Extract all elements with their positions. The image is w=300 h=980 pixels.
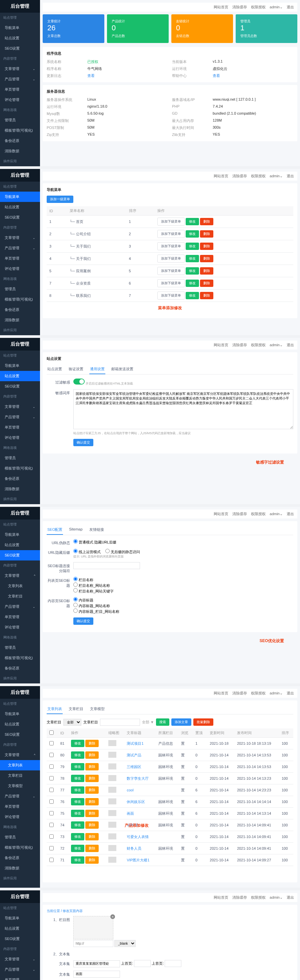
edit-button[interactable]: 修改 — [186, 292, 199, 299]
admin-menu-item[interactable]: 管理员 — [0, 115, 40, 125]
row-checkbox[interactable] — [49, 741, 54, 745]
close-icon[interactable]: × — [110, 914, 115, 919]
help-link[interactable]: 查看 — [213, 73, 293, 78]
delete-button[interactable]: 删除 — [85, 786, 99, 794]
article-title-link[interactable]: 数字孪生大厅 — [127, 776, 148, 780]
batch-delete-button[interactable]: 批量删除 — [193, 718, 213, 726]
delete-button[interactable]: 删除 — [85, 856, 99, 864]
site-menu-item[interactable]: 站点设置 — [0, 33, 40, 43]
delete-button[interactable]: 删除 — [85, 810, 99, 817]
delete-button[interactable]: 删除 — [200, 280, 213, 287]
delete-button[interactable]: 删除 — [200, 230, 213, 238]
template-menu-item[interactable]: 模板管理(可视化) — [0, 125, 40, 135]
tab-article-list[interactable]: 文章列表 — [47, 705, 63, 714]
delete-button[interactable]: 删除 — [85, 775, 99, 782]
seo-menu-active[interactable]: SEO设置 — [0, 550, 40, 560]
edit-button[interactable]: 修改 — [186, 218, 199, 225]
target-select[interactable]: _blank — [114, 940, 136, 947]
edit-button[interactable]: 修改 — [71, 856, 85, 864]
text2-input[interactable] — [73, 970, 120, 978]
site-menu-active[interactable]: 站点设置 — [0, 371, 40, 381]
add-sub-button[interactable]: 添加下级菜单 — [157, 267, 185, 275]
article-title-link[interactable]: 三维园区 — [127, 765, 141, 769]
delete-button[interactable]: 删除 — [200, 243, 213, 250]
add-sub-button[interactable]: 添加下级菜单 — [157, 291, 185, 299]
edit-button[interactable]: 修改 — [186, 255, 199, 262]
clear-cache-link[interactable]: 清除缓存 — [232, 5, 247, 10]
nav-menu-item-active[interactable]: 导航菜单 — [0, 192, 40, 202]
tab-links[interactable]: 友情链接 — [89, 525, 105, 535]
clear-menu-item[interactable]: 清除数据 — [0, 146, 40, 156]
backup-menu-item[interactable]: 备份还原 — [0, 135, 40, 146]
article-title-link[interactable]: 测试项目1 — [127, 741, 143, 745]
search-input[interactable] — [100, 719, 140, 726]
add-article-button[interactable]: 添加文章 — [171, 718, 191, 726]
filter-switch[interactable] — [73, 379, 85, 385]
delete-button[interactable]: 删除 — [85, 845, 99, 852]
tab-sitemap[interactable]: Sitemap — [68, 525, 83, 535]
text1-input[interactable] — [73, 960, 120, 967]
add-sub-button[interactable]: 添加下级菜单 — [157, 242, 185, 250]
select-all-checkbox[interactable] — [49, 730, 54, 735]
row-checkbox[interactable] — [49, 846, 54, 850]
article-title-link[interactable]: 测试产品 — [127, 753, 141, 757]
edit-button[interactable]: 修改 — [71, 740, 85, 747]
edit-button[interactable]: 修改 — [71, 763, 85, 770]
row-checkbox[interactable] — [49, 776, 54, 780]
delete-button[interactable]: 删除 — [200, 292, 213, 299]
row-checkbox[interactable] — [49, 788, 54, 792]
sensitive-words-textarea[interactable]: 国家统领军统保安部保安军全军统治管辖中央军委纪检监察中国人民解放军 南京军区南京… — [73, 389, 293, 429]
article-title-link[interactable]: 可爱女人表情 — [127, 835, 148, 839]
article-title-link[interactable]: 财务人员 — [127, 846, 141, 850]
article-title-link[interactable]: 画面 — [127, 811, 134, 815]
edit-button[interactable]: 修改 — [71, 775, 85, 782]
seo-submit-button[interactable]: 确认提交 — [73, 617, 93, 625]
edit-button[interactable]: 修改 — [71, 833, 85, 840]
tab-article-cat[interactable]: 文章栏目 — [68, 705, 84, 714]
logout-link[interactable]: 退出 — [287, 5, 294, 10]
perm-link[interactable]: 权限授权 — [251, 5, 266, 10]
tab-article-model[interactable]: 文章模型 — [89, 705, 105, 714]
search-button[interactable]: 搜索 — [156, 718, 169, 726]
row-checkbox[interactable] — [49, 811, 54, 815]
article-title-link[interactable]: cool — [127, 788, 133, 792]
article-title-link[interactable]: VIP图片大楼1 — [127, 858, 149, 862]
add-sub-button[interactable]: 添加下级菜单 — [157, 255, 185, 262]
delete-button[interactable]: 删除 — [200, 255, 213, 262]
submit-button[interactable]: 确认提交 — [73, 439, 93, 446]
delete-button[interactable]: 删除 — [200, 267, 213, 275]
edit-button[interactable]: 修改 — [186, 267, 199, 275]
edit-button[interactable]: 修改 — [186, 280, 199, 287]
row-checkbox[interactable] — [49, 799, 54, 804]
home-link[interactable]: 网站首页 — [214, 5, 228, 10]
urlmode-radio[interactable] — [73, 539, 78, 544]
edit-button[interactable]: 修改 — [186, 243, 199, 250]
edit-button[interactable]: 修改 — [71, 751, 85, 759]
add-menu-button[interactable]: 添加一级菜单 — [47, 196, 73, 203]
product-menu-item[interactable]: 产品管理⌄ — [0, 74, 40, 84]
comment-menu-item[interactable]: 评论管理 — [0, 95, 40, 105]
delete-button[interactable]: 删除 — [85, 751, 99, 759]
seo-menu-item[interactable]: SEO设置 — [0, 43, 40, 54]
add-sub-button[interactable]: 添加下级菜单 — [157, 279, 185, 287]
add-sub-button[interactable]: 添加下级菜单 — [157, 230, 185, 238]
row-checkbox[interactable] — [49, 753, 54, 757]
tab-verify[interactable]: 验证设置 — [68, 364, 84, 374]
edit-button[interactable]: 修改 — [71, 798, 85, 805]
tab-email[interactable]: 邮箱发送设置 — [111, 364, 134, 374]
delete-button[interactable]: 删除 — [85, 763, 99, 770]
url-input[interactable] — [73, 940, 113, 947]
admin-dropdown[interactable]: admin⌄ — [270, 5, 282, 10]
tab-seo[interactable]: SEO配置 — [47, 525, 63, 535]
delete-button[interactable]: 删除 — [200, 218, 213, 225]
row-checkbox[interactable] — [49, 834, 54, 839]
single-menu-item[interactable]: 单页管理 — [0, 84, 40, 95]
tab-site[interactable]: 站点设置 — [47, 364, 63, 374]
add-sub-button[interactable]: 添加下级菜单 — [157, 218, 185, 226]
edit-button[interactable]: 修改 — [186, 230, 199, 238]
delete-button[interactable]: 删除 — [85, 798, 99, 805]
delimiter-input[interactable] — [73, 562, 140, 569]
row-checkbox[interactable] — [49, 764, 54, 769]
changelog-link[interactable]: 查看 — [87, 73, 168, 78]
delete-button[interactable]: 删除 — [85, 833, 99, 840]
